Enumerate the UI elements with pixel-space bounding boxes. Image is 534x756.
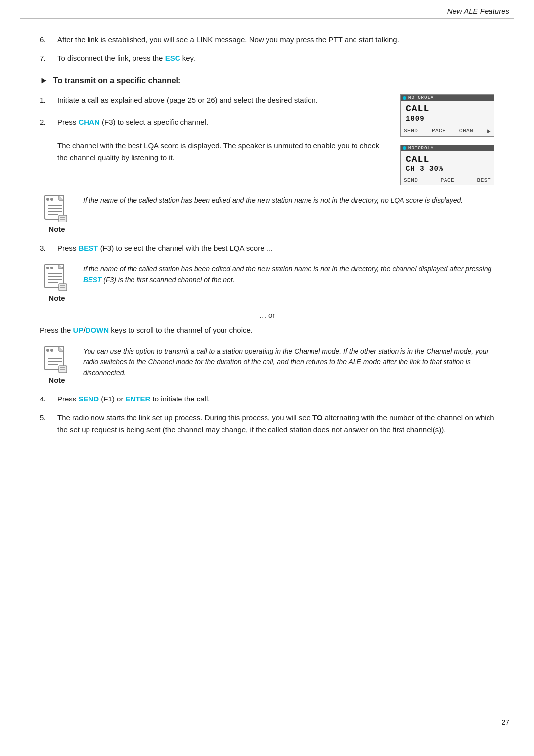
svg-rect-10 xyxy=(59,215,67,222)
device-1-screen: CALL 1009 xyxy=(401,101,494,126)
step-list: 1. Initiate a call as explained above (p… xyxy=(40,94,386,164)
motorola-dot-2 xyxy=(403,146,406,150)
best-key: BEST xyxy=(79,244,98,252)
step-text-before: Press xyxy=(57,118,79,126)
note-doc-icon-3 xyxy=(43,345,71,375)
step-num: 2. xyxy=(40,116,57,164)
page: New ALE Features 6. After the link is es… xyxy=(0,0,534,756)
step5-before: The radio now starts the link set up pro… xyxy=(57,413,312,422)
note-label-3: Note xyxy=(48,376,65,384)
page-number: 27 xyxy=(501,718,509,726)
step-num: 4. xyxy=(40,393,57,405)
svg-point-32 xyxy=(46,349,49,352)
press-before: Press the xyxy=(40,326,73,334)
device-2-brand: MOTOROLA xyxy=(408,146,434,151)
device-1-softkeys: SEND PACE CHAN ► xyxy=(401,126,494,136)
step4-after: to initiate the call. xyxy=(150,395,210,403)
device-arrow-icon: ► xyxy=(487,128,491,135)
esc-key: ESC xyxy=(165,54,180,62)
header-title: New ALE Features xyxy=(447,7,509,15)
device-1: MOTOROLA CALL 1009 SEND PACE CHAN ► xyxy=(400,94,494,137)
note-2-icon: Note xyxy=(40,263,74,302)
list-item: 7. To disconnect the link, press the ESC… xyxy=(40,52,494,64)
step-text-after: key. xyxy=(180,54,195,62)
device-1-line2: 1009 xyxy=(406,115,489,123)
svg-point-20 xyxy=(50,267,53,269)
device-2-line1: CALL xyxy=(406,154,489,165)
step-num: 3. xyxy=(40,242,57,254)
note-2-text: If the name of the called station has be… xyxy=(83,263,494,285)
motorola-dot xyxy=(403,96,406,100)
content: 6. After the link is established, you wi… xyxy=(0,19,534,472)
step3-before: Press xyxy=(57,244,79,252)
step-text: To disconnect the link, press the ESC ke… xyxy=(57,52,494,64)
softkey-chan: CHAN xyxy=(459,128,473,135)
step-text: Initiate a call as explained above (page… xyxy=(57,94,386,106)
step5-bold: TO xyxy=(312,413,323,422)
down-key: DOWN xyxy=(86,326,109,334)
svg-rect-23 xyxy=(59,284,67,291)
step-num: 7. xyxy=(40,52,57,64)
step-text: Press CHAN (F3) to select a specific cha… xyxy=(57,116,386,164)
note-1-text: If the name of the called station has be… xyxy=(83,194,463,206)
softkey-send-2: SEND xyxy=(404,178,418,183)
steps-4-5: 4. Press SEND (F1) or ENTER to initiate … xyxy=(40,393,494,436)
device-1-header: MOTOROLA xyxy=(401,95,494,101)
step-text: The radio now starts the link set up pro… xyxy=(57,412,494,436)
step4-before: Press xyxy=(57,395,79,403)
note-doc-icon-2 xyxy=(43,263,71,293)
header: New ALE Features xyxy=(0,0,534,18)
note-1-box: Note If the name of the called station h… xyxy=(40,194,494,233)
step-text-after: (F3) to select a specific channel. xyxy=(100,118,208,126)
intro-steps: 6. After the link is established, you wi… xyxy=(40,34,494,64)
step-text: After the link is established, you will … xyxy=(57,34,494,45)
send-key: SEND xyxy=(79,395,99,403)
note-3-box: Note You can use this option to transmit… xyxy=(40,345,494,384)
or-line: … or xyxy=(40,311,494,319)
press-after: keys to scroll to the channel of your ch… xyxy=(109,326,253,334)
svg-rect-36 xyxy=(59,366,67,373)
up-key: UP xyxy=(73,326,84,334)
device-1-line1: CALL xyxy=(406,104,489,115)
section-title: To transmit on a specific channel: xyxy=(53,76,181,85)
note-doc-icon xyxy=(43,194,71,224)
device-2-softkeys: SEND PACE BEST xyxy=(401,176,494,185)
list-item: 3. Press BEST (F3) to select the channel… xyxy=(40,242,494,254)
steps-col: 1. Initiate a call as explained above (p… xyxy=(40,94,386,171)
step-text-before: To disconnect the link, press the xyxy=(57,54,165,62)
note2-best: BEST xyxy=(83,276,101,284)
step3-after: (F3) to select the channel with the best… xyxy=(98,244,273,252)
note-label-1: Note xyxy=(48,225,65,233)
step-text: Press SEND (F1) or ENTER to initiate the… xyxy=(57,393,494,405)
softkey-send: SEND xyxy=(404,128,418,135)
device-1-brand: MOTOROLA xyxy=(408,95,434,100)
note-2-box: Note If the name of the called station h… xyxy=(40,263,494,302)
svg-point-33 xyxy=(50,349,53,352)
note2-text-mid: (F3) is the first scanned channel of the… xyxy=(101,276,234,284)
note-label-2: Note xyxy=(48,294,65,302)
enter-key: ENTER xyxy=(126,395,151,403)
section-header: ► To transmit on a specific channel: xyxy=(40,75,494,86)
svg-point-7 xyxy=(50,198,53,201)
chan-key: CHAN xyxy=(79,118,100,126)
device-2-screen: CALL CH 3 30% xyxy=(401,151,494,176)
step-num: 6. xyxy=(40,34,57,45)
note2-text-before: If the name of the called station has be… xyxy=(83,265,491,273)
device-2-line2: CH 3 30% xyxy=(406,165,489,173)
list-item: 6. After the link is established, you wi… xyxy=(40,34,494,45)
devices-col: MOTOROLA CALL 1009 SEND PACE CHAN ► xyxy=(400,94,494,185)
step4-mid: (F1) or xyxy=(99,395,125,403)
step-num: 1. xyxy=(40,94,57,106)
list-item: 1. Initiate a call as explained above (p… xyxy=(40,94,386,106)
list-item: 4. Press SEND (F1) or ENTER to initiate … xyxy=(40,393,494,405)
note-1-icon: Note xyxy=(40,194,74,233)
softkey-pace: PACE xyxy=(432,128,445,135)
list-item: 2. Press CHAN (F3) to select a specific … xyxy=(40,116,386,164)
svg-point-19 xyxy=(46,267,49,269)
step-num: 5. xyxy=(40,412,57,436)
device-2-header: MOTOROLA xyxy=(401,145,494,151)
device-2: MOTOROLA CALL CH 3 30% SEND PACE BEST xyxy=(400,145,494,186)
page-number-line: 27 xyxy=(0,714,534,726)
svg-point-6 xyxy=(46,198,49,201)
step3-list: 3. Press BEST (F3) to select the channel… xyxy=(40,242,494,254)
